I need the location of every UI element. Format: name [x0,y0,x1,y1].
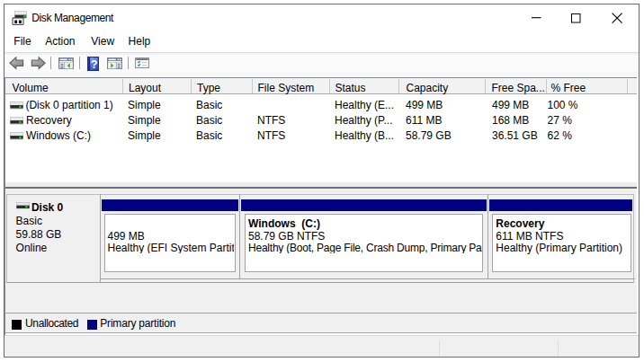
svg-text:?: ? [90,57,97,70]
